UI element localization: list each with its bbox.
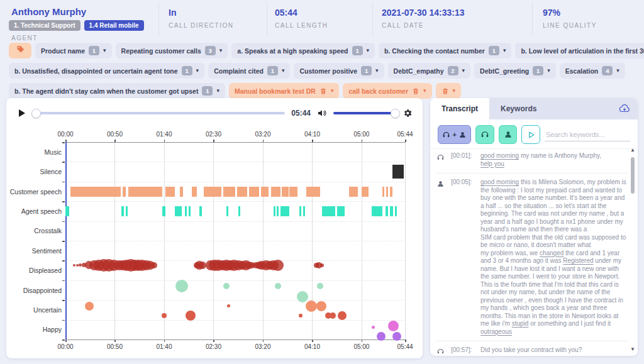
filter-customer-button[interactable] — [499, 125, 518, 144]
chevron-down-icon[interactable]: ▾ — [219, 48, 223, 53]
x-tick-label: 00:50 — [102, 343, 127, 350]
transcript-scrollbar[interactable]: ▲ ▼ — [629, 147, 636, 352]
tag-count-badge: 1 — [533, 66, 543, 75]
agent-speech-segment — [390, 206, 393, 216]
trash-icon[interactable] — [441, 87, 449, 95]
entry-timestamp[interactable]: [00:57]: — [451, 346, 479, 353]
entry-timestamp[interactable]: [00:01]: — [451, 152, 479, 168]
sentiment-bubble — [316, 301, 326, 311]
manual-tag-chip[interactable]: call back customer▾ — [343, 83, 431, 99]
chevron-down-icon[interactable]: ▾ — [282, 68, 285, 74]
x-tick-label: 05:00 — [349, 343, 374, 350]
agent-speech-segment — [175, 206, 182, 216]
transcript-entry[interactable]: [00:57]:Did you take your contract with … — [435, 341, 628, 353]
filter-both-speakers-button[interactable]: + — [438, 125, 471, 144]
keyword-match[interactable]: outrageous — [480, 328, 512, 335]
chevron-down-icon[interactable]: ▾ — [367, 48, 370, 53]
customer-speech-segment — [70, 187, 121, 197]
tag-chip[interactable]: DebtC_greeting1▾ — [474, 63, 556, 79]
scrollbar-thumb[interactable] — [631, 157, 635, 194]
settings-gear-icon[interactable] — [402, 108, 413, 118]
agent-speech-segment — [226, 206, 228, 216]
keyword-match[interactable]: stupid — [512, 320, 529, 327]
chevron-down-icon[interactable]: ▾ — [503, 48, 506, 53]
keyword-match[interactable]: help you — [480, 160, 504, 167]
tag-chip[interactable]: DebtC_empathy2▾ — [388, 63, 470, 79]
agent-speech-segment — [238, 206, 240, 216]
chevron-down-icon[interactable]: ▾ — [331, 88, 334, 94]
call-length-value: 05:44 — [275, 8, 328, 18]
tags-area: Product name1▾Repeating customer calls3▾… — [9, 43, 638, 103]
play-transcript-button[interactable] — [521, 125, 540, 144]
tag-count-badge: 3 — [205, 46, 216, 55]
x-tick-label: 05:44 — [392, 131, 418, 138]
transcript-panel: Transcript Keywords + [00:01]:good morni… — [430, 98, 638, 356]
volume-thumb[interactable] — [391, 109, 400, 118]
chevron-down-icon[interactable]: ▾ — [103, 48, 106, 53]
tag-icon-button[interactable] — [9, 43, 31, 58]
x-tick-label: 03:20 — [250, 343, 275, 350]
header-divider — [372, 3, 373, 35]
tag-chip[interactable]: Product name1▾ — [35, 43, 112, 58]
volume-slider[interactable] — [333, 112, 396, 114]
line-quality-value: 97% — [543, 8, 597, 18]
chevron-down-icon[interactable]: ▾ — [453, 88, 456, 94]
keyword-match[interactable]: good morning — [480, 152, 519, 159]
tag-chip[interactable]: a. Speaks at a high speaking speed1▾ — [231, 43, 375, 58]
tab-transcript[interactable]: Transcript — [430, 98, 489, 119]
tag-count-badge: 2 — [448, 66, 458, 75]
row-label: Uncertain — [9, 306, 62, 314]
tab-keywords[interactable]: Keywords — [489, 98, 548, 119]
tag-chip[interactable]: b. The agent didn't stay calm when the c… — [9, 83, 225, 99]
customer-speech-segment — [204, 187, 221, 197]
trash-icon[interactable] — [319, 87, 327, 95]
agent-speech-segment — [199, 206, 201, 216]
tag-chip[interactable]: Escalation4▾ — [560, 63, 625, 79]
row-label: Displeased — [9, 267, 62, 274]
keyword-match[interactable]: good morning — [480, 179, 519, 185]
play-button[interactable] — [16, 108, 26, 118]
sentiment-bubble — [330, 312, 336, 319]
agent-label: AGENT — [11, 35, 144, 41]
tag-chip[interactable]: b. Checking the contact number1▾ — [379, 43, 511, 58]
export-cloud-icon[interactable] — [619, 103, 630, 117]
customer-speech-segment — [128, 187, 162, 197]
tag-chip[interactable]: Customer positive1▾ — [294, 63, 384, 79]
progress-thumb[interactable] — [31, 109, 41, 118]
agent-speech-segment — [189, 206, 191, 216]
chevron-down-icon[interactable]: ▾ — [547, 68, 550, 74]
tag-label: b. The agent didn't stay calm when the c… — [14, 87, 198, 95]
chevron-down-icon[interactable]: ▾ — [216, 88, 219, 94]
chevron-down-icon[interactable]: ▾ — [196, 68, 199, 74]
manual-tag-chip[interactable]: ▾ — [436, 83, 462, 99]
keyword-match[interactable]: Registered — [563, 257, 593, 264]
row-label: Music — [9, 148, 62, 156]
search-keywords-input[interactable] — [545, 128, 630, 141]
progress-slider[interactable] — [33, 112, 285, 114]
agent-block: Anthony Murphy 1. Technical Support 1.4 … — [9, 6, 144, 41]
transcript-entry[interactable]: [00:05]:good morning this is Milena Solo… — [435, 174, 628, 341]
volume-icon[interactable] — [317, 108, 327, 118]
keyword-match[interactable]: changed — [540, 250, 564, 256]
customer-speech-segment — [382, 187, 384, 197]
filter-agent-button[interactable] — [475, 125, 494, 144]
chevron-down-icon[interactable]: ▾ — [375, 68, 379, 74]
transcript-entry[interactable]: [00:01]:good morning my name is Anthony … — [435, 147, 628, 174]
entry-timestamp[interactable]: [00:05]: — [451, 179, 479, 336]
trash-icon[interactable] — [412, 87, 419, 95]
scroll-up-icon[interactable]: ▲ — [629, 147, 636, 153]
tag-chip[interactable]: b. Low level of articulation in the firs… — [515, 43, 644, 58]
agent-speech-segment — [299, 206, 301, 216]
chevron-down-icon[interactable]: ▾ — [423, 88, 426, 94]
x-tick-label: 04:10 — [299, 343, 325, 350]
chevron-down-icon[interactable]: ▾ — [616, 68, 619, 74]
manual-tag-chip[interactable]: Manual bookmark test DR▾ — [229, 83, 339, 99]
chevron-down-icon[interactable]: ▾ — [462, 68, 465, 74]
tag-chip[interactable]: Complaint cited1▾ — [208, 63, 290, 79]
sentiment-bubble — [223, 283, 230, 289]
tag-chip[interactable]: b. Unsatisfied, disappointed or uncertai… — [9, 63, 204, 79]
tag-chip[interactable]: Repeating customer calls3▾ — [116, 43, 228, 58]
agent-speech-segment — [162, 206, 165, 216]
scroll-down-icon[interactable]: ▼ — [629, 346, 636, 352]
tag-icon — [16, 45, 25, 57]
